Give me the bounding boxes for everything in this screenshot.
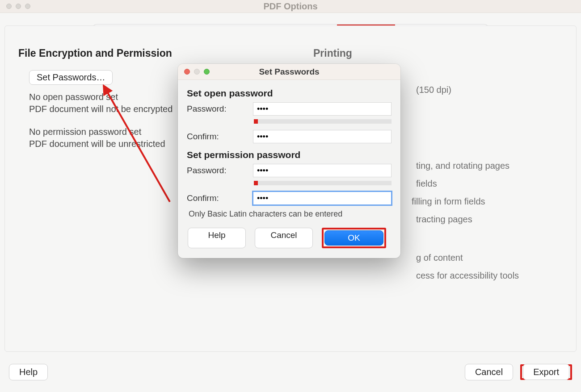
perm-password-label: Password: <box>187 166 245 175</box>
export-highlight: Export <box>520 364 572 380</box>
pdf-options-titlebar: PDF Options <box>0 0 581 13</box>
window-title: PDF Options <box>0 1 581 12</box>
dialog-footer: Help Cancel Export <box>0 352 581 392</box>
perm-password-input[interactable] <box>253 164 392 177</box>
open-password-heading: Set open password <box>187 88 392 99</box>
permission-password-heading: Set permission password <box>187 150 392 160</box>
open-password-label: Password: <box>187 104 245 114</box>
charset-note: Only Basic Latin characters can be enter… <box>189 209 392 219</box>
perm-password-strength <box>254 181 392 185</box>
cancel-button[interactable]: Cancel <box>465 364 513 380</box>
perm-confirm-input[interactable] <box>253 192 392 205</box>
dialog-help-button[interactable]: Help <box>188 228 246 248</box>
printing-heading: Printing <box>313 47 563 59</box>
set-passwords-button[interactable]: Set Passwords… <box>29 70 113 85</box>
changes-option-rotating: ting, and rotating pages <box>416 157 563 175</box>
export-button[interactable]: Export <box>523 364 569 380</box>
changes-option-fill: filling in form fields <box>412 192 563 210</box>
set-passwords-titlebar: Set Passwords <box>178 64 400 80</box>
open-password-input[interactable] <box>253 102 392 116</box>
dialog-ok-button[interactable]: OK <box>324 230 383 246</box>
open-confirm-label: Confirm: <box>187 132 245 142</box>
dialog-cancel-button[interactable]: Cancel <box>255 228 313 248</box>
printing-option-dpi: (150 dpi) <box>416 81 563 99</box>
open-confirm-input[interactable] <box>253 130 392 143</box>
changes-option-fields: fields <box>416 175 563 192</box>
accessibility-option: cess for accessibility tools <box>416 267 563 284</box>
help-button[interactable]: Help <box>9 364 48 380</box>
perm-confirm-label: Confirm: <box>187 193 245 203</box>
changes-option-extract: tracting pages <box>416 210 563 228</box>
content-copy-option: g of content <box>416 249 563 267</box>
set-passwords-dialog: Set Passwords Set open password Password… <box>178 64 400 258</box>
dialog-title: Set Passwords <box>178 67 400 77</box>
open-password-strength <box>254 119 392 124</box>
encryption-heading: File Encryption and Permission <box>18 47 304 59</box>
ok-highlight: OK <box>322 228 386 248</box>
